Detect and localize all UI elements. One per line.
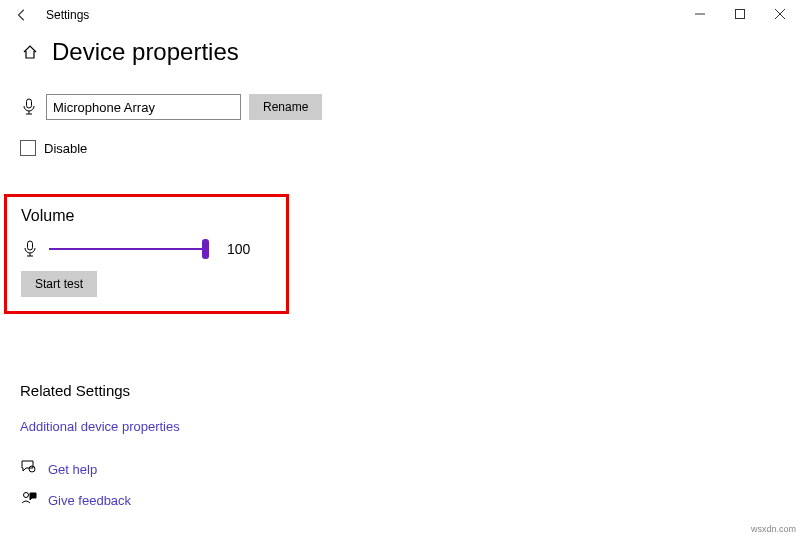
home-icon[interactable] bbox=[20, 44, 40, 60]
watermark: wsxdn.com bbox=[751, 524, 796, 534]
back-button[interactable] bbox=[8, 8, 36, 22]
minimize-button[interactable] bbox=[680, 0, 720, 28]
disable-checkbox[interactable] bbox=[20, 140, 36, 156]
svg-rect-1 bbox=[736, 10, 745, 19]
microphone-icon bbox=[21, 240, 39, 258]
device-name-input[interactable] bbox=[46, 94, 241, 120]
volume-section-highlight: Volume 100 Start test bbox=[4, 194, 289, 314]
volume-slider[interactable] bbox=[49, 239, 209, 259]
device-name-row: Rename bbox=[20, 94, 780, 120]
svg-point-6 bbox=[29, 466, 35, 472]
svg-point-7 bbox=[24, 492, 29, 497]
related-heading: Related Settings bbox=[20, 382, 780, 399]
volume-value: 100 bbox=[227, 241, 250, 257]
get-help-row: Get help bbox=[20, 456, 780, 477]
disable-row: Disable bbox=[20, 140, 780, 156]
rename-button[interactable]: Rename bbox=[249, 94, 322, 120]
svg-rect-4 bbox=[27, 99, 32, 108]
maximize-button[interactable] bbox=[720, 0, 760, 28]
give-feedback-row: Give feedback bbox=[20, 487, 780, 508]
volume-slider-row: 100 bbox=[21, 239, 272, 259]
additional-device-properties-link[interactable]: Additional device properties bbox=[20, 419, 180, 434]
page-title: Device properties bbox=[52, 38, 239, 66]
app-title: Settings bbox=[36, 8, 89, 22]
chat-icon bbox=[20, 460, 38, 474]
give-feedback-link[interactable]: Give feedback bbox=[48, 493, 131, 508]
close-button[interactable] bbox=[760, 0, 800, 28]
related-settings-section: Related Settings Additional device prope… bbox=[20, 382, 780, 434]
volume-slider-thumb[interactable] bbox=[202, 239, 209, 259]
feedback-icon bbox=[20, 491, 38, 505]
start-test-button[interactable]: Start test bbox=[21, 271, 97, 297]
disable-label: Disable bbox=[44, 141, 87, 156]
microphone-icon bbox=[20, 98, 38, 116]
volume-heading: Volume bbox=[21, 207, 272, 225]
window-controls bbox=[680, 0, 800, 28]
page-header: Device properties bbox=[20, 38, 780, 66]
get-help-link[interactable]: Get help bbox=[48, 462, 97, 477]
svg-rect-5 bbox=[28, 241, 33, 250]
